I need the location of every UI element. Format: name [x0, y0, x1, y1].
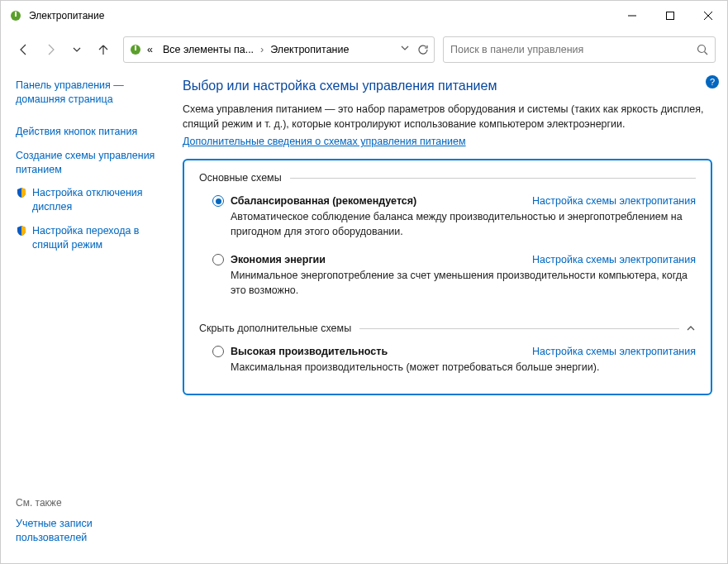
sidebar: Панель управления — домашняя страница Де… — [16, 79, 173, 555]
main-content: Выбор или настройка схемы управления пит… — [173, 79, 712, 555]
address-dropdown-icon[interactable] — [401, 44, 409, 55]
change-plan-settings-link[interactable]: Настройка схемы электропитания — [532, 195, 696, 207]
svg-rect-1 — [15, 12, 17, 17]
sidebar-item-label: Настройка перехода в спящий режим — [32, 224, 164, 252]
search-icon[interactable] — [697, 44, 708, 55]
user-accounts-link[interactable]: Учетные записи пользователей — [16, 517, 164, 545]
plan-description: Минимальное энергопотребление за счет ум… — [231, 269, 696, 298]
plan-saver-radio[interactable] — [212, 254, 224, 265]
plan-description: Автоматическое соблюдение баланса между … — [231, 210, 696, 239]
see-also-label: См. также — [16, 497, 164, 509]
intro-text: Схема управления питанием — это набор па… — [183, 102, 712, 131]
svg-rect-3 — [667, 12, 674, 20]
plan-power-saver: Экономия энергии Настройка схемы электро… — [199, 251, 696, 309]
chevron-right-icon[interactable]: › — [259, 44, 265, 55]
shield-icon — [16, 187, 27, 214]
titlebar: Электропитание — [1, 1, 727, 31]
learn-more-link[interactable]: Дополнительные сведения о схемах управле… — [183, 136, 466, 147]
plan-name[interactable]: Высокая производительность — [231, 346, 388, 357]
sidebar-item-create-plan[interactable]: Создание схемы управления питанием — [16, 149, 164, 177]
preferred-plans-label: Основные схемы — [199, 172, 696, 184]
breadcrumb-parent[interactable]: Все элементы па... — [158, 44, 259, 55]
breadcrumb-prefix[interactable]: « — [142, 44, 158, 55]
additional-plans-label: Скрыть дополнительные схемы — [199, 323, 696, 334]
search-input[interactable] — [450, 44, 697, 55]
sidebar-item-display-off[interactable]: Настройка отключения дисплея — [16, 186, 164, 214]
plan-balanced: Сбалансированная (рекомендуется) Настрой… — [199, 192, 696, 251]
power-options-icon — [9, 9, 22, 22]
svg-line-9 — [705, 52, 708, 55]
plan-description: Максимальная производительность (может п… — [231, 361, 696, 375]
search-box[interactable] — [443, 36, 716, 63]
plan-name[interactable]: Сбалансированная (рекомендуется) — [231, 195, 416, 207]
minimize-button[interactable] — [613, 1, 651, 31]
see-also-section: См. также Учетные записи пользователей — [16, 497, 164, 555]
address-bar[interactable]: « Все элементы па... › Электропитание — [123, 36, 435, 63]
change-plan-settings-link[interactable]: Настройка схемы электропитания — [532, 346, 696, 357]
collapse-toggle[interactable] — [686, 323, 696, 333]
change-plan-settings-link[interactable]: Настройка схемы электропитания — [532, 254, 696, 265]
sidebar-item-sleep[interactable]: Настройка перехода в спящий режим — [16, 224, 164, 252]
plan-balanced-radio[interactable] — [212, 195, 224, 207]
shield-icon — [16, 225, 27, 252]
forward-button[interactable] — [39, 38, 62, 61]
plan-name[interactable]: Экономия энергии — [231, 254, 326, 265]
sidebar-item-buttons[interactable]: Действия кнопок питания — [16, 125, 164, 139]
svg-point-8 — [698, 45, 706, 53]
power-plans-group: Основные схемы Сбалансированная (рекомен… — [183, 159, 712, 395]
svg-rect-7 — [135, 45, 136, 50]
toolbar: « Все элементы па... › Электропитание — [1, 31, 727, 69]
recent-dropdown[interactable] — [65, 38, 88, 61]
page-heading: Выбор или настройка схемы управления пит… — [183, 79, 712, 93]
window-title: Электропитание — [29, 10, 613, 22]
help-button[interactable]: ? — [706, 75, 719, 88]
plan-high-performance: Высокая производительность Настройка схе… — [199, 342, 696, 379]
plan-high-radio[interactable] — [212, 346, 224, 357]
up-button[interactable] — [92, 38, 115, 61]
power-options-icon — [129, 43, 142, 56]
maximize-button[interactable] — [651, 1, 689, 31]
back-button[interactable] — [12, 38, 36, 61]
close-button[interactable] — [689, 1, 727, 31]
control-panel-home-link[interactable]: Панель управления — домашняя страница — [16, 79, 164, 107]
sidebar-item-label: Настройка отключения дисплея — [32, 186, 164, 214]
breadcrumb-current[interactable]: Электропитание — [265, 44, 354, 55]
refresh-button[interactable] — [417, 44, 429, 55]
